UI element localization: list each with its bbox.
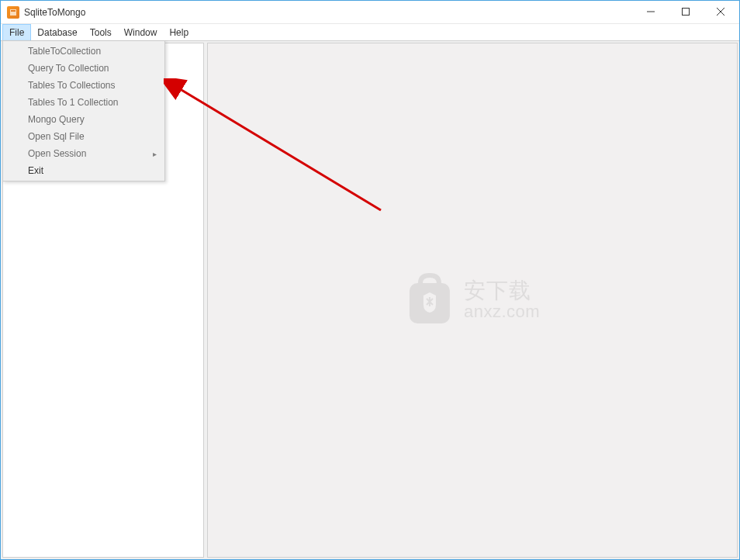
menu-window-label: Window xyxy=(124,27,157,38)
menu-item-exit[interactable]: Exit xyxy=(5,162,163,179)
menu-item-label: Query To Collection xyxy=(28,63,109,74)
menu-item-label: Open Sql File xyxy=(28,131,85,142)
menu-item-label: Exit xyxy=(28,165,43,176)
watermark: 安下载 anxz.com xyxy=(405,272,540,328)
minimize-button[interactable] xyxy=(633,1,668,22)
watermark-bag-icon xyxy=(405,272,455,328)
menu-help-label: Help xyxy=(169,27,188,38)
menu-item-label: Tables To Collections xyxy=(28,80,116,91)
menu-item-open-sql-file[interactable]: Open Sql File xyxy=(5,128,163,145)
app-icon xyxy=(7,6,19,19)
menu-window[interactable]: Window xyxy=(118,24,164,40)
window-title: SqliteToMongo xyxy=(24,7,633,18)
menubar: File TableToCollection Query To Collecti… xyxy=(1,24,739,41)
menu-item-label: TableToCollection xyxy=(28,46,101,57)
chevron-right-icon: ▸ xyxy=(153,150,157,158)
watermark-line1: 安下载 xyxy=(464,279,540,303)
svg-rect-6 xyxy=(410,283,450,323)
menu-database[interactable]: Database xyxy=(31,24,83,40)
menu-file-label: File xyxy=(9,27,24,38)
menu-item-table-to-collection[interactable]: TableToCollection xyxy=(5,43,163,60)
menu-item-label: Tables To 1 Collection xyxy=(28,97,119,108)
watermark-line2: anxz.com xyxy=(464,302,540,321)
menu-tools[interactable]: Tools xyxy=(84,24,118,40)
menu-item-tables-to-collections[interactable]: Tables To Collections xyxy=(5,77,163,94)
svg-rect-1 xyxy=(11,10,16,12)
menu-item-tables-to-1-collection[interactable]: Tables To 1 Collection xyxy=(5,94,163,111)
right-panel: 安下载 anxz.com xyxy=(207,43,738,558)
menu-help[interactable]: Help xyxy=(163,24,195,40)
menu-item-label: Open Session xyxy=(28,148,86,159)
maximize-button[interactable] xyxy=(668,1,703,22)
menu-tools-label: Tools xyxy=(90,27,112,38)
close-button[interactable] xyxy=(703,1,738,22)
window-controls xyxy=(633,1,738,23)
svg-rect-3 xyxy=(682,9,689,16)
menu-item-mongo-query[interactable]: Mongo Query xyxy=(5,111,163,128)
menu-item-label: Mongo Query xyxy=(28,114,85,125)
file-dropdown: TableToCollection Query To Collection Ta… xyxy=(2,40,165,181)
menu-item-open-session[interactable]: Open Session ▸ xyxy=(5,145,163,162)
menu-file[interactable]: File TableToCollection Query To Collecti… xyxy=(2,24,31,40)
menu-item-query-to-collection[interactable]: Query To Collection xyxy=(5,60,163,77)
titlebar: SqliteToMongo xyxy=(1,1,739,24)
watermark-text: 安下载 anxz.com xyxy=(464,279,540,322)
menu-database-label: Database xyxy=(37,27,77,38)
